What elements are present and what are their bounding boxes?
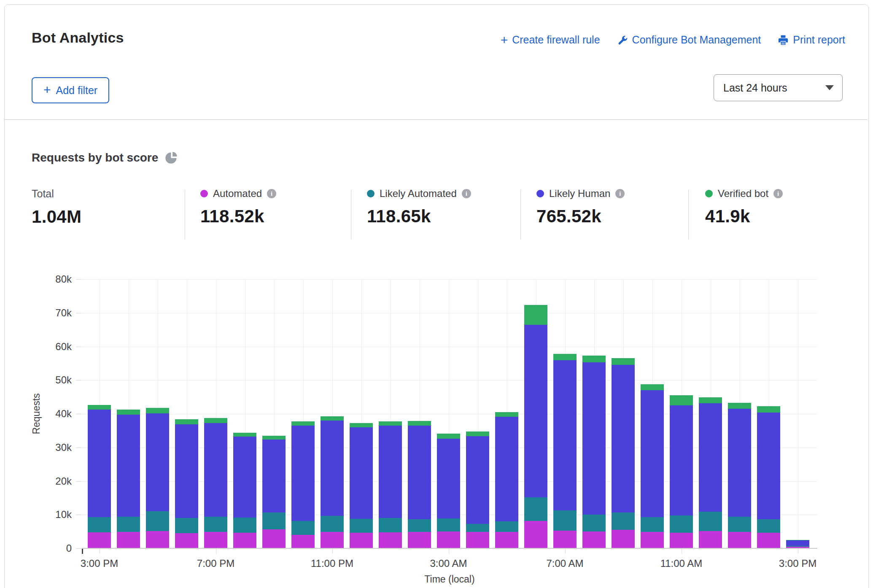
- bar-segment-likely-human[interactable]: [408, 426, 431, 519]
- bar-segment-likely-human[interactable]: [524, 325, 547, 497]
- bar-11-00-pm-8[interactable]: [321, 416, 344, 548]
- bar-5-00-pm-2[interactable]: [146, 408, 169, 548]
- bar-segment-verified-bot[interactable]: [117, 410, 140, 414]
- bar-segment-likely-human[interactable]: [495, 417, 518, 521]
- bar-segment-verified-bot[interactable]: [699, 397, 722, 403]
- bar-segment-likely-human[interactable]: [146, 413, 169, 511]
- bar-segment-automated[interactable]: [553, 531, 577, 548]
- bar-segment-automated[interactable]: [670, 533, 693, 549]
- bar-segment-likely-automated[interactable]: [146, 511, 169, 531]
- bar-segment-verified-bot[interactable]: [88, 405, 111, 410]
- bar-segment-likely-automated[interactable]: [117, 517, 140, 532]
- bar-7-00-pm-4[interactable]: [204, 418, 227, 548]
- bar-segment-automated[interactable]: [379, 532, 402, 548]
- bar-segment-automated[interactable]: [408, 532, 431, 548]
- bar-segment-verified-bot[interactable]: [291, 421, 315, 426]
- bar-segment-likely-human[interactable]: [204, 423, 227, 517]
- bar-segment-automated[interactable]: [146, 531, 169, 549]
- bar-segment-automated[interactable]: [175, 533, 198, 548]
- bar-segment-verified-bot[interactable]: [321, 416, 344, 421]
- bar-segment-verified-bot[interactable]: [728, 403, 751, 409]
- bar-segment-automated[interactable]: [437, 531, 460, 548]
- bar-segment-automated[interactable]: [117, 532, 140, 548]
- bar-segment-likely-automated[interactable]: [437, 518, 460, 531]
- bar-segment-likely-automated[interactable]: [582, 515, 606, 531]
- bar-2-00-pm-23[interactable]: [757, 406, 780, 548]
- bar-segment-automated[interactable]: [582, 531, 606, 548]
- bar-segment-likely-automated[interactable]: [699, 512, 722, 531]
- bar-segment-automated[interactable]: [757, 533, 780, 549]
- bar-10-00-am-19[interactable]: [641, 384, 664, 548]
- bar-segment-verified-bot[interactable]: [233, 433, 256, 437]
- bar-8-00-am-17[interactable]: [582, 356, 606, 548]
- bar-segment-likely-human[interactable]: [582, 362, 606, 515]
- bar-11-00-am-20[interactable]: [670, 395, 693, 548]
- bar-segment-automated[interactable]: [524, 521, 547, 548]
- bar-segment-likely-automated[interactable]: [495, 521, 518, 532]
- bar-segment-automated[interactable]: [204, 532, 227, 548]
- bar-segment-automated[interactable]: [262, 529, 286, 548]
- info-icon[interactable]: i: [267, 189, 276, 198]
- bar-segment-likely-human[interactable]: [699, 403, 722, 512]
- bar-8-00-pm-5[interactable]: [233, 433, 256, 548]
- bar-segment-likely-human[interactable]: [88, 410, 111, 517]
- bar-segment-verified-bot[interactable]: [495, 412, 518, 417]
- configure-bot-management-link[interactable]: Configure Bot Management: [617, 34, 761, 46]
- bar-segment-likely-automated[interactable]: [524, 497, 547, 521]
- bar-segment-likely-automated[interactable]: [350, 519, 373, 533]
- bar-segment-verified-bot[interactable]: [175, 419, 198, 424]
- info-icon[interactable]: i: [462, 189, 471, 198]
- bar-segment-likely-human[interactable]: [350, 427, 373, 519]
- bar-9-00-pm-6[interactable]: [262, 436, 286, 548]
- bar-segment-verified-bot[interactable]: [204, 418, 227, 423]
- bar-4-00-pm-1[interactable]: [117, 410, 140, 548]
- bar-segment-likely-human[interactable]: [262, 440, 286, 512]
- bar-segment-likely-human[interactable]: [641, 390, 664, 517]
- bar-segment-likely-automated[interactable]: [553, 510, 577, 531]
- bar-segment-automated[interactable]: [321, 532, 344, 548]
- bar-segment-likely-automated[interactable]: [466, 524, 489, 532]
- bar-segment-likely-human[interactable]: [321, 421, 344, 516]
- bar-segment-automated[interactable]: [641, 532, 664, 548]
- bar-3-00-pm-24[interactable]: [786, 540, 809, 548]
- info-icon[interactable]: i: [773, 189, 783, 198]
- bar-segment-automated[interactable]: [699, 531, 722, 548]
- bar-segment-likely-human[interactable]: [670, 405, 693, 515]
- bar-4-00-am-13[interactable]: [466, 432, 489, 548]
- bar-segment-likely-human[interactable]: [379, 426, 402, 518]
- bar-segment-verified-bot[interactable]: [612, 358, 635, 364]
- bar-segment-likely-human[interactable]: [437, 439, 460, 518]
- info-icon[interactable]: i: [615, 189, 625, 198]
- bar-segment-automated[interactable]: [466, 532, 489, 548]
- bar-1-00-am-10[interactable]: [379, 421, 402, 548]
- bar-segment-likely-automated[interactable]: [757, 519, 780, 533]
- bar-segment-likely-human[interactable]: [757, 413, 780, 519]
- bar-6-00-pm-3[interactable]: [175, 419, 198, 548]
- print-report-link[interactable]: Print report: [778, 34, 845, 46]
- bar-segment-verified-bot[interactable]: [466, 432, 489, 436]
- bar-segment-likely-automated[interactable]: [612, 512, 635, 530]
- bar-segment-automated[interactable]: [728, 532, 751, 548]
- add-filter-button[interactable]: + Add filter: [32, 77, 109, 103]
- bar-segment-automated[interactable]: [88, 532, 111, 548]
- bar-12-00-am-9[interactable]: [350, 423, 373, 548]
- bar-6-00-am-15[interactable]: [524, 305, 547, 548]
- bar-segment-likely-automated[interactable]: [379, 518, 402, 532]
- bar-segment-likely-automated[interactable]: [233, 518, 256, 533]
- bar-3-00-pm-0[interactable]: [88, 405, 111, 548]
- bar-segment-verified-bot[interactable]: [582, 356, 606, 362]
- bar-segment-verified-bot[interactable]: [146, 408, 169, 413]
- bar-segment-verified-bot[interactable]: [350, 423, 373, 427]
- bar-3-00-am-12[interactable]: [437, 434, 460, 548]
- bar-segment-likely-human[interactable]: [291, 426, 315, 521]
- bar-segment-verified-bot[interactable]: [379, 421, 402, 426]
- bar-segment-likely-automated[interactable]: [641, 517, 664, 532]
- bar-segment-automated[interactable]: [612, 530, 635, 548]
- bar-segment-likely-human[interactable]: [117, 415, 140, 517]
- bar-segment-verified-bot[interactable]: [437, 434, 460, 439]
- bar-segment-verified-bot[interactable]: [641, 384, 664, 390]
- bar-segment-verified-bot[interactable]: [757, 406, 780, 412]
- bar-segment-likely-automated[interactable]: [204, 517, 227, 532]
- bar-segment-likely-human[interactable]: [728, 409, 751, 517]
- bar-segment-verified-bot[interactable]: [524, 305, 547, 325]
